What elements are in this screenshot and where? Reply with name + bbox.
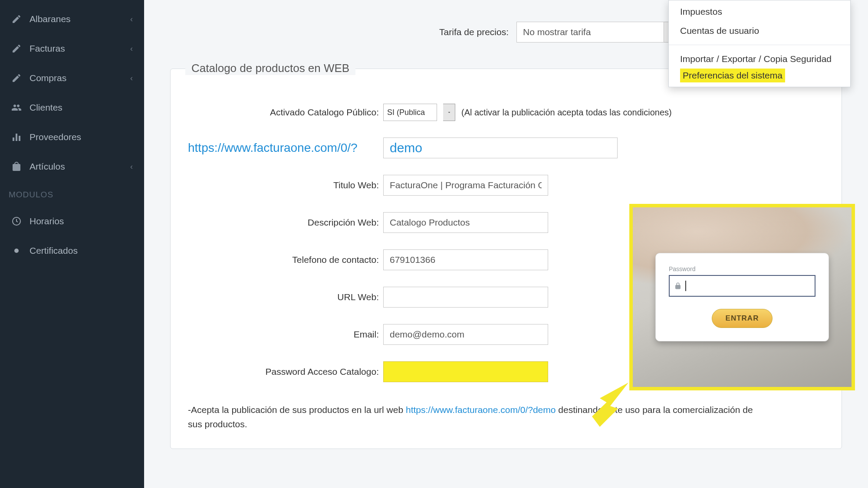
clock-icon [11,216,22,226]
title-web-label: Titulo Web: [188,180,379,190]
sidebar-item-horarios[interactable]: Horarios [0,206,144,236]
login-password-input[interactable] [669,275,815,297]
users-icon [11,102,22,113]
sidebar-item-certificados[interactable]: Certificados [0,236,144,265]
highlight-arrow-icon [582,377,634,429]
sidebar-item-label: Certificados [30,246,78,256]
settings-dropdown-menu: Impuestos Cuentas de usuario Importar / … [668,0,851,87]
activated-dropdown-button[interactable] [443,104,455,121]
menu-item-preferencias[interactable]: Preferencias del sistema [680,69,785,82]
catalog-slug-input[interactable] [383,138,618,158]
activated-select[interactable] [383,104,437,121]
login-enter-button[interactable]: ENTRAR [712,309,773,328]
edit-icon [11,73,22,83]
phone-label: Telefono de contacto: [188,255,379,265]
sidebar-item-clientes[interactable]: Clientes [0,93,144,122]
sidebar-item-label: Compras [30,73,66,83]
title-web-input[interactable] [383,175,548,196]
svg-point-1 [14,249,19,253]
chevron-left-icon: ‹ [130,44,133,53]
sidebar-item-label: Albaranes [30,14,71,24]
sidebar: Albaranes ‹ Facturas ‹ Compras ‹ Cliente… [0,0,144,488]
sidebar-item-label: Artículos [30,161,65,172]
email-input[interactable] [383,324,548,345]
sidebar-item-label: Proveedores [30,132,81,142]
price-tariff-label: Tarifa de precios: [274,27,509,37]
email-label: Email: [188,329,379,340]
main-content: Impuestos Cuentas de usuario Importar / … [144,0,868,488]
menu-item-import-export[interactable]: Importar / Exportar / Copia Seguridad [669,49,850,69]
sidebar-item-facturas[interactable]: Facturas ‹ [0,34,144,63]
urlweb-label: URL Web: [188,292,379,302]
sidebar-item-albaranes[interactable]: Albaranes ‹ [0,4,144,34]
bag-icon [11,161,22,172]
accept-text: -Acepta la publicación de sus productos … [188,403,765,431]
activated-label: Activado Catalogo Público: [188,107,379,118]
activated-hint: (Al activar la publicación acepta todas … [461,108,672,118]
chevron-left-icon: ‹ [130,162,133,171]
sidebar-item-label: Horarios [30,216,64,226]
accept-pre: -Acepta la publicación de sus productos … [188,405,406,415]
sidebar-item-label: Facturas [30,43,65,54]
sidebar-item-compras[interactable]: Compras ‹ [0,63,144,93]
sidebar-section-modulos: MODULOS [0,181,144,206]
text-cursor [685,281,686,291]
catalog-url-prefix: https://www.facturaone.com/0/? [188,141,358,154]
sidebar-item-label: Clientes [30,102,62,113]
urlweb-input[interactable] [383,287,548,308]
accept-link[interactable]: https://www.facturaone.com/0/?demo [406,405,556,415]
chevron-left-icon: ‹ [130,15,133,24]
login-card: Password ENTRAR [655,253,829,341]
login-preview-card: Password ENTRAR [629,204,855,390]
edit-icon [11,43,22,54]
chevron-down-icon [447,110,452,115]
price-tariff-select[interactable] [516,22,664,43]
catalog-password-input[interactable] [383,361,548,382]
sidebar-item-proveedores[interactable]: Proveedores [0,122,144,152]
chevron-left-icon: ‹ [130,74,133,83]
menu-item-impuestos[interactable]: Impuestos [669,2,850,21]
desc-web-input[interactable] [383,212,548,233]
chart-icon [11,132,22,142]
phone-input[interactable] [383,249,548,270]
menu-separator [669,45,850,45]
desc-web-label: Descripción Web: [188,217,379,228]
catalog-legend: Catalogo de productos en WEB [185,62,355,75]
menu-item-cuentas[interactable]: Cuentas de usuario [669,21,850,40]
sidebar-item-articulos[interactable]: Artículos ‹ [0,152,144,181]
lock-icon [674,282,682,290]
dot-icon [11,246,22,256]
login-password-label: Password [669,265,815,272]
edit-icon [11,14,22,24]
pwd-label: Password Acceso Catalogo: [188,367,379,377]
svg-marker-2 [592,383,628,427]
